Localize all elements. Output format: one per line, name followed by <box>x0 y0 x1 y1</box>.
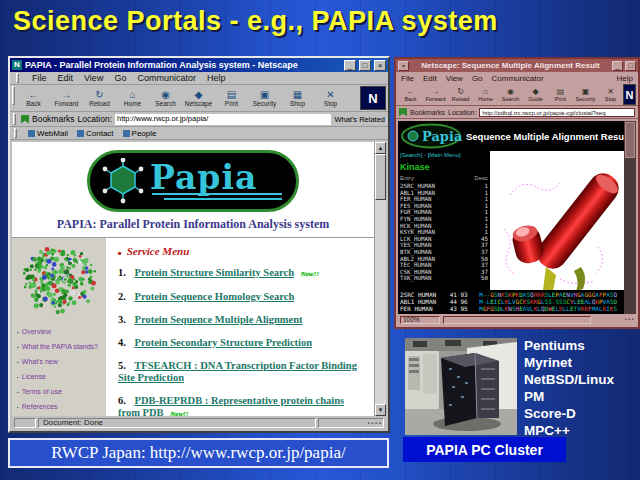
entry-desc: 37 <box>481 242 488 249</box>
menu-item-help[interactable]: Help <box>617 74 633 83</box>
menu-item[interactable]: View <box>84 73 103 83</box>
toolbar-button-label: Stop <box>324 100 337 107</box>
maximize-button[interactable]: □ <box>359 60 371 71</box>
toolbar-button[interactable]: ⌂ Home <box>473 84 498 105</box>
menu-item[interactable]: File <box>401 74 414 83</box>
netscape-throbber[interactable]: N <box>623 84 636 105</box>
bookmarks-icon[interactable] <box>399 108 407 117</box>
entry-row[interactable]: LCK_HUMAN 45 <box>400 236 488 243</box>
protein-3d-rendering <box>490 151 628 290</box>
toolbar-button[interactable]: ▣ Security <box>573 84 598 105</box>
service-link[interactable]: TFSEARCH : DNA Transcription Factor Bind… <box>118 360 357 383</box>
service-link[interactable]: Protein Secondary Structure Prediction <box>135 337 313 348</box>
sidebar-link[interactable]: What the PAPIA stands? <box>17 343 103 350</box>
entry-row[interactable]: CSK_HUMAN 37 <box>400 269 488 276</box>
toolbar-button-label: Home <box>478 96 493 102</box>
sidebar-link[interactable]: License <box>17 373 103 380</box>
toolbar-button[interactable]: ▤ Print <box>548 84 573 105</box>
toolbar-button[interactable]: ▤ Print <box>215 86 248 110</box>
entry-row[interactable]: HCK_HUMAN 1 <box>400 223 488 230</box>
toolbar-button[interactable]: ← Back <box>398 84 423 105</box>
menu-item[interactable]: Edit <box>58 73 74 83</box>
location-input[interactable]: http://pdbql.trc.rwcp.or.jp/papia-cgi/cl… <box>479 108 635 117</box>
service-link[interactable]: Protein Sequence Homology Search <box>135 291 295 302</box>
cluster-spec-line: Pentiums <box>524 337 614 354</box>
scroll-up-arrow[interactable]: ▲ <box>375 142 386 154</box>
menu-item[interactable]: File <box>32 73 47 83</box>
entry-row[interactable]: YES_HUMAN 37 <box>400 242 488 249</box>
sidebar-link[interactable]: Overview <box>17 328 103 335</box>
toolbar-button[interactable]: ▦ Shop <box>281 86 314 110</box>
close-button[interactable]: × <box>374 60 386 71</box>
toolbar-button[interactable]: ✕ Stop <box>314 86 347 110</box>
entry-row[interactable]: ABL2_HUMAN 50 <box>400 256 488 263</box>
location-input[interactable]: http://www.rwcp.or.jp/papia/ <box>115 114 331 125</box>
personal-toolbar-item[interactable]: WebMail <box>28 129 68 138</box>
papia-logo-word: Papia <box>150 161 257 194</box>
minimize-button[interactable]: _ <box>612 61 623 71</box>
toolbar-button[interactable]: ✕ Stop <box>598 84 623 105</box>
service-link[interactable]: Protein Structure Similarity Search <box>135 267 295 278</box>
entry-row[interactable]: FES_HUMAN 1 <box>400 203 488 210</box>
menu-item[interactable]: Communicator <box>137 73 196 83</box>
vertical-scrollbar[interactable] <box>624 121 636 314</box>
entry-name: TEC_HUMAN <box>400 262 431 269</box>
toolbar-button[interactable]: ◉ Search <box>149 86 182 110</box>
menu-item[interactable]: Go <box>114 73 126 83</box>
whats-related-button[interactable]: What's Related <box>334 115 385 124</box>
entry-list-panel: [Search] - [Main Menu] Kinase Entry Desc… <box>398 151 490 290</box>
netscape-throbber[interactable]: N <box>360 86 386 110</box>
toolbar-button[interactable]: ↻ Reload <box>83 86 116 110</box>
toolbar-button[interactable]: → Forward <box>50 86 83 110</box>
personal-toolbar-item[interactable]: Contact <box>77 129 114 138</box>
security-status-icon[interactable] <box>14 418 36 428</box>
toolbar-button[interactable]: ⌂ Home <box>116 86 149 110</box>
entry-row[interactable]: KSYK_HUMAN 1 <box>400 229 488 236</box>
window-titlebar[interactable]: N PAPIA - Parallel Protein Information A… <box>10 58 388 72</box>
result-nav-links[interactable]: [Search] - [Main Menu] <box>400 152 488 158</box>
vertical-scrollbar[interactable]: ▲ ▼ <box>374 142 386 416</box>
bookmarks-label[interactable]: Bookmarks <box>32 114 75 124</box>
sidebar-link[interactable]: References <box>17 403 103 410</box>
service-link[interactable]: PDB-REPRDB : Representative protein chai… <box>118 395 344 416</box>
component-bar-icons[interactable]: ▪ ▪ ▪ <box>594 316 634 324</box>
menu-item[interactable]: Help <box>207 73 226 83</box>
scrollbar-thumb[interactable] <box>375 154 386 200</box>
toolbar-button[interactable]: → Forward <box>423 84 448 105</box>
entry-row[interactable]: TXK_HUMAN 50 <box>400 275 488 282</box>
entry-row[interactable]: TEC_HUMAN 37 <box>400 262 488 269</box>
toolbar-button[interactable]: ◆ Netscape <box>182 86 215 110</box>
window-menu-button[interactable]: ▪ <box>398 61 409 71</box>
entry-row[interactable]: FGR_HUMAN 1 <box>400 209 488 216</box>
entry-desc: 1 <box>485 190 489 197</box>
entry-row[interactable]: FER_HUMAN 1 <box>400 196 488 203</box>
entry-row[interactable]: 2SRC_HUMAN 1 <box>400 183 488 190</box>
sidebar-link[interactable]: What's new <box>17 358 103 365</box>
service-link[interactable]: Protein Sequence Multiple Alignment <box>135 314 303 325</box>
toolbar-button[interactable]: ▣ Security <box>248 86 281 110</box>
menu-item[interactable]: Go <box>472 74 483 83</box>
component-bar-icons[interactable]: ▪ ▪ ▪ ▪ <box>318 418 384 428</box>
toolbar-button[interactable]: ← Back <box>17 86 50 110</box>
scrollbar-thumb[interactable] <box>625 122 635 158</box>
sidebar-link[interactable]: Terms of use <box>17 388 103 395</box>
personal-toolbar-item[interactable]: People <box>123 129 157 138</box>
window-titlebar[interactable]: ▪ Netscape: Sequence Multiple Alignment … <box>396 59 638 72</box>
toolbar-button[interactable]: ◆ Guide <box>523 84 548 105</box>
entry-row[interactable]: FYN_HUMAN 1 <box>400 216 488 223</box>
menu-item[interactable]: Edit <box>423 74 437 83</box>
bookmarks-label[interactable]: Bookmarks <box>410 109 445 116</box>
entry-row[interactable]: BTK_HUMAN 37 <box>400 249 488 256</box>
maximize-button[interactable]: □ <box>625 61 636 71</box>
bookmarks-icon[interactable] <box>21 115 29 124</box>
structure-viewer[interactable] <box>490 151 636 290</box>
toolbar-button[interactable]: ↻ Reload <box>448 84 473 105</box>
service-menu-title: Service Menu <box>118 245 370 257</box>
entry-row[interactable]: ABL1_HUMAN 1 <box>400 190 488 197</box>
menu-item[interactable]: Communicator <box>492 74 544 83</box>
progress-indicator: 100% <box>400 316 440 324</box>
scroll-down-arrow[interactable]: ▼ <box>375 404 386 416</box>
toolbar-button[interactable]: ◉ Search <box>498 84 523 105</box>
menu-item[interactable]: View <box>446 74 463 83</box>
minimize-button[interactable]: _ <box>344 60 356 71</box>
